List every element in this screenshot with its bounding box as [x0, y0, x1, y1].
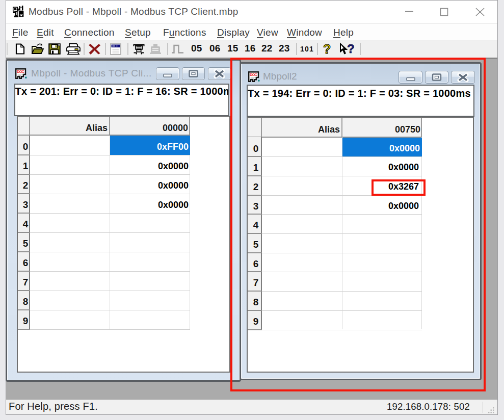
svg-text:DOC: DOC	[17, 69, 24, 74]
svg-text:?: ?	[323, 43, 331, 56]
svg-text:?: ?	[347, 42, 355, 56]
